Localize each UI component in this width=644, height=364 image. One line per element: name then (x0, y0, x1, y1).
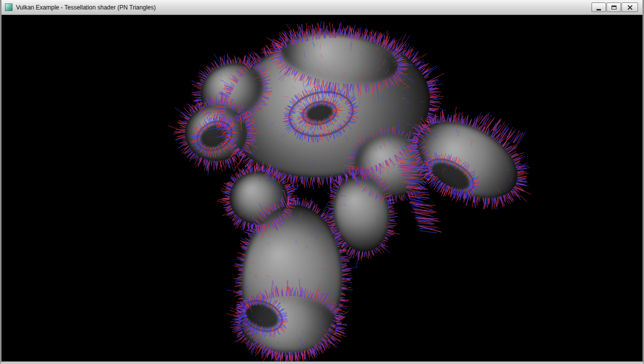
minimize-icon (596, 9, 601, 10)
maximize-icon (612, 6, 616, 10)
app-icon (5, 4, 12, 11)
close-button[interactable] (622, 2, 638, 12)
window-title: Vulkan Example - Tessellation shader (PN… (16, 4, 156, 11)
maximize-button[interactable] (606, 2, 621, 12)
minimize-button[interactable] (592, 2, 606, 12)
titlebar[interactable]: Vulkan Example - Tessellation shader (PN… (2, 0, 642, 15)
close-icon (626, 4, 634, 11)
render-canvas[interactable] (2, 15, 642, 362)
viewport (2, 15, 642, 362)
window-controls (592, 2, 639, 12)
app-window: Vulkan Example - Tessellation shader (PN… (0, 0, 644, 364)
